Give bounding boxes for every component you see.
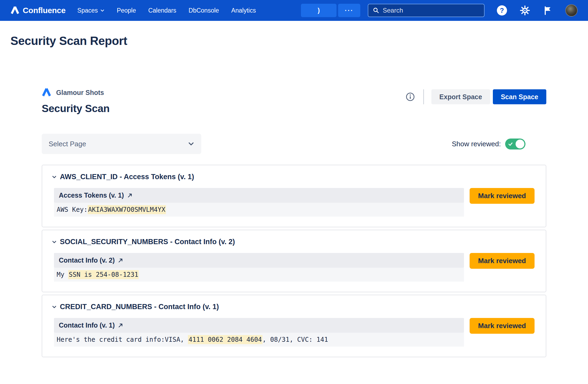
- nav-item-dbconsole[interactable]: DbConsole: [189, 7, 219, 14]
- mark-reviewed-button[interactable]: Mark reviewed: [470, 188, 535, 204]
- controls-row: Select Page Show reviewed:: [42, 134, 546, 154]
- snippet-prefix: My: [57, 271, 68, 278]
- search-input[interactable]: [383, 7, 480, 14]
- snippet-highlight: AKIA3WAXW7O0SMVLM4YX: [88, 205, 166, 214]
- page-link-label: Contact Info (v. 1): [59, 321, 115, 329]
- mark-reviewed-button[interactable]: Mark reviewed: [470, 253, 535, 269]
- truncated-nav-button[interactable]: ): [301, 4, 336, 17]
- card-title-row[interactable]: AWS_CLIENT_ID - Access Tokens (v. 1): [49, 173, 535, 181]
- show-reviewed-toggle[interactable]: [505, 139, 525, 149]
- findings-list: AWS_CLIENT_ID - Access Tokens (v. 1) Acc…: [42, 165, 546, 357]
- select-page-dropdown[interactable]: Select Page: [42, 134, 201, 154]
- space-name[interactable]: Glamour Shots: [56, 89, 104, 97]
- nav-item-label: Spaces: [77, 7, 98, 14]
- finding-detail: Contact Info (v. 1) Here's the credit ca…: [54, 318, 464, 347]
- snippet-suffix: , 08/31, CVC: 141: [262, 336, 328, 343]
- card-body: Access Tokens (v. 1) AWS Key:AKIA3WAXW7O…: [49, 188, 535, 217]
- nav-button-group: ) ···: [301, 4, 360, 17]
- flag-icon[interactable]: [543, 6, 552, 15]
- chevron-down-icon: [188, 141, 194, 147]
- show-reviewed-label: Show reviewed:: [452, 140, 501, 148]
- nav-item-analytics[interactable]: Analytics: [231, 7, 256, 14]
- card-body: Contact Info (v. 2) My SSN is 254-08-123…: [49, 253, 535, 282]
- finding-snippet: AWS Key:AKIA3WAXW7O0SMVLM4YX: [54, 203, 464, 217]
- check-icon: [508, 142, 513, 147]
- finding-snippet: My SSN is 254-08-1231: [54, 268, 464, 282]
- finding-title: SOCIAL_SECURITY_NUMBERS - Contact Info (…: [60, 238, 235, 246]
- finding-detail: Contact Info (v. 2) My SSN is 254-08-123…: [54, 253, 464, 282]
- confluence-logo[interactable]: Confluence: [10, 6, 65, 15]
- external-link-icon: [118, 258, 123, 263]
- snippet-prefix: Here's the credit card info:VISA,: [57, 336, 188, 343]
- show-reviewed-control: Show reviewed:: [452, 139, 525, 149]
- page-link[interactable]: Contact Info (v. 2): [54, 253, 464, 268]
- page-link[interactable]: Access Tokens (v. 1): [54, 188, 464, 203]
- page-link-label: Contact Info (v. 2): [59, 256, 115, 264]
- external-link-icon: [127, 193, 133, 198]
- scan-space-button[interactable]: Scan Space: [493, 89, 546, 104]
- brand-name: Confluence: [23, 6, 65, 15]
- vertical-divider: [423, 89, 424, 104]
- space-identity: Glamour Shots Security Scan: [42, 88, 110, 114]
- collapse-chevron-icon: [52, 240, 57, 244]
- mark-reviewed-button[interactable]: Mark reviewed: [470, 318, 535, 334]
- finding-snippet: Here's the credit card info:VISA, 4111 0…: [54, 333, 464, 347]
- page-link-label: Access Tokens (v. 1): [59, 191, 124, 199]
- collapse-chevron-icon: [52, 175, 57, 179]
- snippet-highlight: 4111 0062 2084 4604: [188, 335, 262, 344]
- card-title-row[interactable]: CREDIT_CARD_NUMBERS - Contact Info (v. 1…: [49, 303, 535, 311]
- search-box[interactable]: [368, 4, 485, 17]
- export-space-button[interactable]: Export Space: [431, 89, 490, 104]
- search-icon: [373, 7, 380, 14]
- select-page-value: Select Page: [49, 140, 86, 148]
- finding-title: CREDIT_CARD_NUMBERS - Contact Info (v. 1…: [60, 303, 219, 311]
- page-title: Security Scan Report: [0, 21, 588, 48]
- security-scan-panel: Glamour Shots Security Scan Export Space…: [42, 88, 546, 357]
- space-header: Glamour Shots Security Scan Export Space…: [42, 88, 546, 114]
- more-options-button[interactable]: ···: [338, 4, 360, 17]
- primary-nav: Spaces People Calendars DbConsole Analyt…: [77, 7, 256, 14]
- chevron-down-icon: [100, 8, 105, 13]
- finding-card: AWS_CLIENT_ID - Access Tokens (v. 1) Acc…: [42, 165, 546, 227]
- confluence-logo-icon: [10, 6, 20, 15]
- snippet-prefix: AWS Key:: [57, 206, 88, 213]
- top-navigation: Confluence Spaces People Calendars DbCon…: [0, 0, 588, 21]
- nav-right-cluster: ) ··· ?: [301, 4, 578, 17]
- space-logo-icon: [42, 88, 51, 97]
- nav-item-people[interactable]: People: [117, 7, 136, 14]
- card-body: Contact Info (v. 1) Here's the credit ca…: [49, 318, 535, 347]
- finding-card: CREDIT_CARD_NUMBERS - Contact Info (v. 1…: [42, 295, 546, 357]
- finding-card: SOCIAL_SECURITY_NUMBERS - Contact Info (…: [42, 230, 546, 292]
- section-heading: Security Scan: [42, 103, 110, 114]
- finding-detail: Access Tokens (v. 1) AWS Key:AKIA3WAXW7O…: [54, 188, 464, 217]
- external-link-icon: [118, 323, 123, 328]
- card-title-row[interactable]: SOCIAL_SECURITY_NUMBERS - Contact Info (…: [49, 238, 535, 246]
- user-avatar[interactable]: [565, 4, 578, 17]
- nav-item-calendars[interactable]: Calendars: [148, 7, 176, 14]
- nav-item-spaces[interactable]: Spaces: [77, 7, 105, 14]
- snippet-highlight: SSN is 254-08-1231: [68, 270, 139, 279]
- settings-gear-icon[interactable]: [520, 5, 530, 16]
- nav-icons: ?: [497, 4, 578, 17]
- header-actions: Export Space Scan Space: [406, 89, 546, 104]
- help-icon[interactable]: ?: [497, 5, 507, 16]
- collapse-chevron-icon: [52, 305, 57, 309]
- info-icon[interactable]: [406, 92, 415, 101]
- toggle-knob: [516, 140, 524, 148]
- space-meta-row: Glamour Shots: [42, 88, 110, 97]
- page-link[interactable]: Contact Info (v. 1): [54, 318, 464, 333]
- finding-title: AWS_CLIENT_ID - Access Tokens (v. 1): [60, 173, 194, 181]
